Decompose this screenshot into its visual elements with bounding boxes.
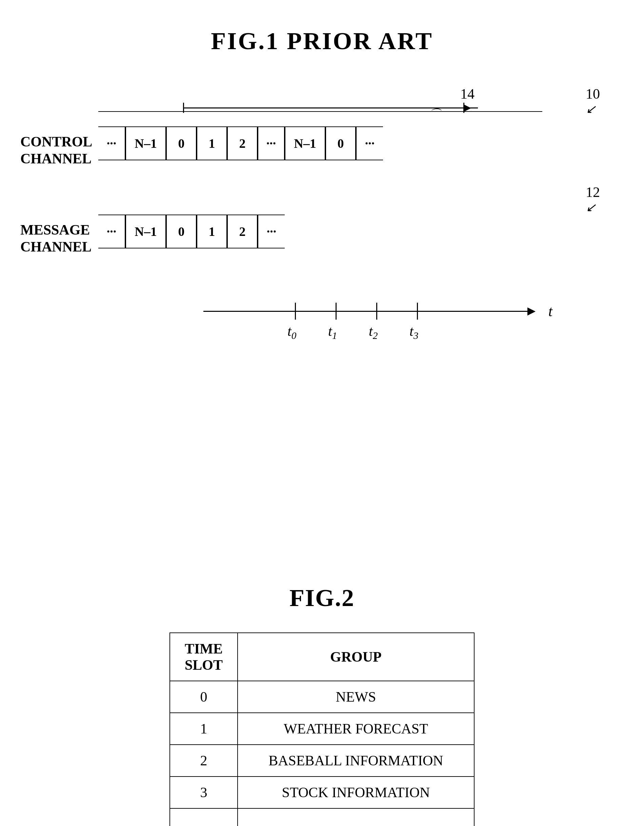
- group-cell: WEATHER FORECAST: [237, 713, 474, 745]
- cc-cell-8: ···: [356, 126, 383, 160]
- cc-cell-5: ···: [258, 126, 285, 160]
- ref10-container: 10 ↙: [586, 86, 600, 116]
- group-cell: NEWS: [237, 681, 474, 713]
- time-t-label: t: [548, 303, 552, 320]
- mc-cell-0: ···: [98, 214, 126, 248]
- mc-cell-3: 1: [197, 214, 227, 248]
- message-channel-row: ··· N–1 0 1 2 ···: [98, 214, 285, 248]
- ref12-squiggle: ↙: [586, 200, 600, 214]
- tick-t0: [295, 303, 296, 320]
- tick-label-t1: t1: [328, 323, 337, 341]
- cc-ref-line: [98, 111, 542, 112]
- time-axis-line: [203, 311, 532, 312]
- mc-cell-5: ···: [258, 214, 285, 248]
- time-slot-table: TIME SLOT GROUP 0NEWS1WEATHER FORECAST2B…: [169, 632, 475, 826]
- ref14-label: 14: [460, 86, 475, 102]
- cc-cell-7: 0: [325, 126, 356, 160]
- ref10-label: 10: [586, 86, 600, 102]
- ref12-container: 12 ↙: [586, 184, 600, 214]
- tick-t1: [335, 303, 337, 320]
- timeslot-cell: 0: [170, 681, 237, 713]
- group-cell: ...: [237, 808, 474, 826]
- mc-cell-4: 2: [227, 214, 258, 248]
- time-axis-arrowhead: [528, 307, 535, 315]
- diagram-area: 14 ⌒ 10 ↙ CONTROLCHANNEL ··· N–1 0 1 2 ·…: [0, 55, 644, 564]
- timeslot-cell: ...: [170, 808, 237, 826]
- tick-label-t2: t2: [369, 323, 377, 341]
- tick-label-t0: t0: [287, 323, 296, 341]
- control-channel-row: ··· N–1 0 1 2 ··· N–1 0 ···: [98, 126, 383, 160]
- mc-cell-2: 0: [166, 214, 197, 248]
- group-cell: BASEBALL INFORMATION: [237, 745, 474, 776]
- ref10-squiggle: ↙: [586, 102, 600, 116]
- tick-label-t3: t3: [410, 323, 418, 341]
- table-container: TIME SLOT GROUP 0NEWS1WEATHER FORECAST2B…: [169, 632, 475, 826]
- table-row: ......: [170, 808, 474, 826]
- timeslot-cell: 2: [170, 745, 237, 776]
- fig1-title: FIG.1 PRIOR ART: [0, 0, 644, 55]
- cc-cell-6: N–1: [285, 126, 325, 160]
- table-row: 2BASEBALL INFORMATION: [170, 745, 474, 776]
- timeslot-cell: 3: [170, 776, 237, 808]
- table-row: 0NEWS: [170, 681, 474, 713]
- ref12-label: 12: [586, 184, 600, 200]
- fig2-title: FIG.2: [0, 584, 644, 612]
- cc-cell-0: ···: [98, 126, 126, 160]
- time-axis: t: [203, 303, 559, 320]
- timeslot-cell: 1: [170, 713, 237, 745]
- message-channel-label: MESSAGECHANNEL: [20, 221, 95, 256]
- table-row: 1WEATHER FORECAST: [170, 713, 474, 745]
- control-channel-label: CONTROLCHANNEL: [20, 133, 95, 168]
- mc-cell-1: N–1: [126, 214, 166, 248]
- group-cell: STOCK INFORMATION: [237, 776, 474, 808]
- col-header-timeslot: TIME SLOT: [170, 633, 237, 681]
- tick-t3: [417, 303, 418, 320]
- cc-cell-4: 2: [227, 126, 258, 160]
- ref14-arrowhead: [464, 105, 471, 112]
- col-header-group: GROUP: [237, 633, 474, 681]
- table-header-row: TIME SLOT GROUP: [170, 633, 474, 681]
- cc-cell-3: 1: [197, 126, 227, 160]
- cc-cell-1: N–1: [126, 126, 166, 160]
- table-row: 3STOCK INFORMATION: [170, 776, 474, 808]
- cc-cell-2: 0: [166, 126, 197, 160]
- tick-t2: [376, 303, 377, 320]
- ref14-squiggle-icon: ⌒: [428, 106, 441, 123]
